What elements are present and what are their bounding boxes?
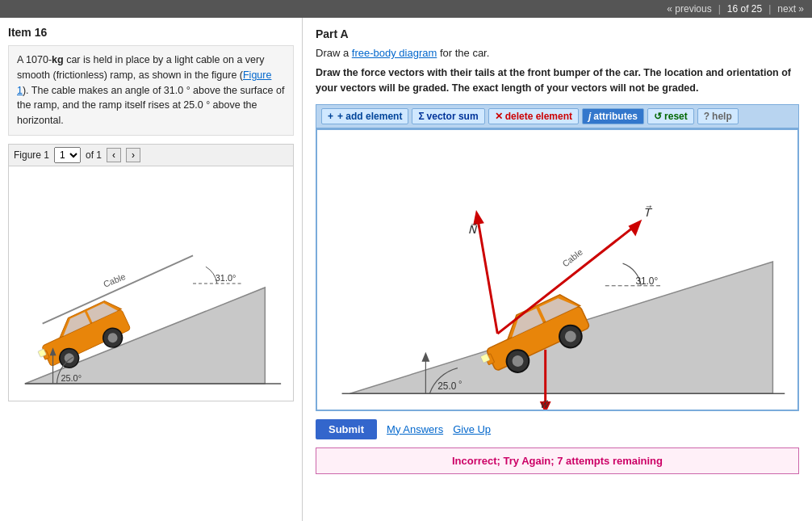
figure-svg: Cable 31.0° 25.0° [9, 166, 293, 401]
reset-label: reset [664, 111, 688, 122]
part-instruction: Draw a free-body diagram for the car. [316, 47, 799, 59]
right-panel: Part A Draw a free-body diagram for the … [303, 18, 812, 521]
diagram-area[interactable]: N⃗ w⃗ T⃗ Cable 31.0° [316, 128, 799, 411]
figure-link[interactable]: Figure 1 [17, 69, 271, 96]
part-title: Part A [316, 27, 799, 40]
my-answers-link[interactable]: My Answers [387, 423, 443, 435]
figure-select[interactable]: 1 [54, 147, 81, 163]
delete-label: delete element [505, 111, 572, 122]
sum-label: vector sum [427, 111, 479, 122]
help-btn[interactable]: ? help [697, 108, 739, 124]
incorrect-banner: Incorrect; Try Again; 7 attempts remaini… [316, 447, 799, 474]
help-icon: ? [704, 111, 709, 122]
main-container: Item 16 A 1070-kg car is held in place b… [0, 18, 812, 521]
top-navigation: « previous | 16 of 25 | next » [0, 0, 812, 18]
figure-next-btn[interactable]: › [126, 148, 140, 162]
attributes-icon: j [588, 111, 591, 122]
svg-text:31.0°: 31.0° [216, 273, 236, 283]
figure-canvas: Cable 31.0° 25.0° [9, 166, 293, 401]
svg-text:31.0°: 31.0° [635, 275, 658, 286]
attributes-label: attributes [593, 111, 638, 122]
nav-separator: | [718, 3, 721, 15]
svg-text:N⃗: N⃗ [468, 222, 478, 236]
free-body-link[interactable]: free-body diagram [352, 47, 437, 59]
vector-sum-btn[interactable]: Σ vector sum [412, 108, 484, 124]
figure-prev-btn[interactable]: ‹ [107, 148, 121, 162]
delete-icon: ✕ [495, 111, 503, 122]
figure-controls: Figure 1 1 of 1 ‹ › [9, 145, 293, 166]
give-up-link[interactable]: Give Up [453, 423, 491, 435]
svg-text:w⃗: w⃗ [540, 398, 550, 410]
nav-separator2: | [768, 3, 771, 15]
diagram-svg: N⃗ w⃗ T⃗ Cable 31.0° [317, 130, 797, 410]
submit-button[interactable]: Submit [316, 419, 377, 439]
reset-btn[interactable]: ↺ reset [647, 108, 694, 124]
previous-link[interactable]: « previous [667, 3, 711, 15]
figure-of-label: of 1 [86, 149, 102, 161]
svg-text:°: ° [458, 379, 462, 389]
svg-text:25.0: 25.0 [437, 380, 456, 392]
add-element-btn[interactable]: + + add element [321, 108, 408, 124]
figure-viewer: Figure 1 1 of 1 ‹ › [8, 144, 294, 401]
reset-icon: ↺ [654, 111, 662, 122]
delete-element-btn[interactable]: ✕ delete element [488, 108, 579, 124]
add-icon: + [328, 111, 333, 122]
figure-label: Figure 1 [14, 149, 49, 161]
diagram-toolbar: + + add element Σ vector sum ✕ delete el… [316, 104, 799, 128]
sigma-icon: Σ [418, 111, 424, 122]
help-label: help [712, 111, 732, 122]
attributes-btn[interactable]: j attributes [582, 108, 644, 124]
submit-area: Submit My Answers Give Up [316, 419, 799, 439]
page-info: 16 of 25 [727, 3, 762, 15]
add-label: + add element [337, 111, 402, 122]
item-description: A 1070-kg car is held in place by a ligh… [8, 45, 294, 136]
left-panel: Item 16 A 1070-kg car is held in place b… [0, 18, 303, 521]
item-title: Item 16 [8, 26, 294, 39]
next-link[interactable]: next » [777, 3, 804, 15]
svg-text:25.0°: 25.0° [61, 373, 82, 383]
bold-instruction: Draw the force vectors with their tails … [316, 65, 799, 96]
